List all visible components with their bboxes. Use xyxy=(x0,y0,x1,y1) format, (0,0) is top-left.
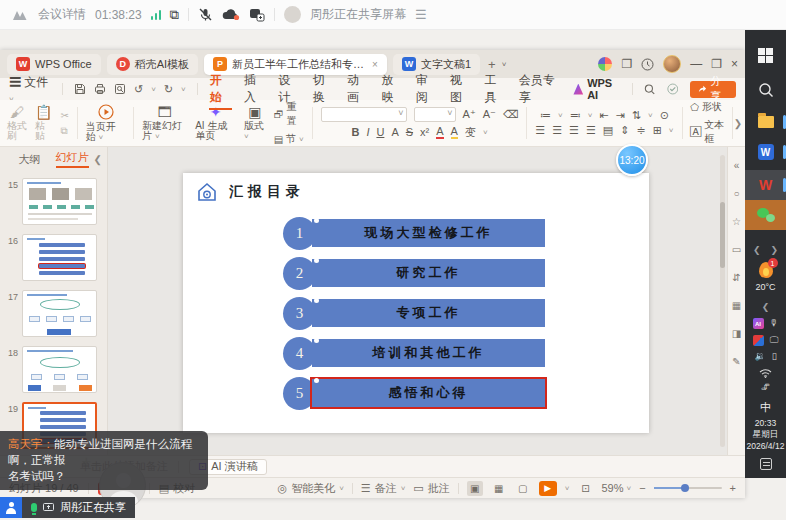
taskbar-search-button[interactable] xyxy=(745,82,786,98)
popout-icon[interactable]: ⧉ xyxy=(170,8,179,21)
menu-tab-slideshow[interactable]: 放映 xyxy=(380,72,403,106)
news-weather-button[interactable]: 1 xyxy=(745,262,786,278)
layout-button[interactable]: ▣版式 ˅ xyxy=(244,105,266,141)
columns-button[interactable]: ▤ xyxy=(603,125,613,136)
undo-icon[interactable]: ↺ xyxy=(134,83,143,96)
superscript-button[interactable]: x² xyxy=(420,127,429,138)
collapse-sidebar-icon[interactable]: « xyxy=(734,160,740,171)
network-tray-icon[interactable] xyxy=(745,368,786,378)
minimize-button[interactable]: — xyxy=(690,57,702,71)
new-slide-button[interactable]: 🗔新建幻灯片 ˅ xyxy=(142,105,187,141)
align-right-button[interactable]: ☰ xyxy=(569,125,579,136)
thumbnail-card[interactable] xyxy=(22,346,97,393)
redo-dropdown-icon[interactable]: ˅ xyxy=(181,85,186,94)
font-family-select[interactable] xyxy=(321,107,407,122)
fit-slide-button[interactable]: ⊡ xyxy=(577,481,593,496)
italic-button[interactable]: I xyxy=(366,127,369,138)
speaker-tray-icon[interactable]: 🔉 xyxy=(754,352,765,361)
scroll-left-icon[interactable]: ❮ xyxy=(753,245,761,255)
align-left-button[interactable]: ☰ xyxy=(535,125,545,136)
menu-tab-tools[interactable]: 工具 xyxy=(483,72,506,106)
zoom-slider[interactable] xyxy=(654,487,722,489)
scrollbar-thumb[interactable] xyxy=(720,202,725,268)
comments-button[interactable]: ▭ 批注 xyxy=(413,481,449,496)
font-color-button[interactable]: A xyxy=(436,126,443,139)
tab-outline[interactable]: 大纲 xyxy=(19,152,41,167)
mic-muted-tray-icon[interactable]: 🎙 xyxy=(770,319,779,328)
copy-button[interactable]: ⧉ xyxy=(61,125,69,137)
tray-expand-icon[interactable]: ❮ xyxy=(745,302,786,312)
meeting-app-icon[interactable] xyxy=(0,497,22,518)
shapes-button[interactable]: ⬠形状 xyxy=(690,100,727,114)
menu-tab-home[interactable]: 开始 xyxy=(209,72,232,106)
object-properties-icon[interactable]: ▭ xyxy=(732,244,741,255)
meeting-menu-icon[interactable]: ☰ xyxy=(415,8,427,21)
strikethrough-button[interactable]: S xyxy=(406,127,413,138)
share-button[interactable]: 分享 xyxy=(690,81,736,98)
text-direction-button[interactable]: ⇅ xyxy=(632,110,641,121)
slideshow-play-button[interactable]: ▶ xyxy=(539,481,557,496)
floating-timer-bubble[interactable]: 13:20 xyxy=(616,144,648,176)
workspace-icon[interactable]: ❐ xyxy=(621,57,632,71)
bold-button[interactable]: B xyxy=(351,127,359,138)
decrease-font-button[interactable]: A⁻ xyxy=(483,109,496,120)
account-avatar[interactable] xyxy=(663,55,681,73)
text-effect-button[interactable]: 变 xyxy=(465,127,476,138)
menu-tab-design[interactable]: 设计 xyxy=(277,72,300,106)
normal-view-button[interactable]: ▣ xyxy=(467,481,483,496)
menu-tab-review[interactable]: 审阅 xyxy=(415,72,438,106)
meeting-details-link[interactable]: 会议详情 xyxy=(38,6,86,23)
paragraph-spacing-button[interactable]: ≑ xyxy=(636,125,645,136)
weather-temp[interactable]: 20°C xyxy=(745,282,786,293)
numbering-button[interactable]: ≕ xyxy=(570,110,581,121)
agenda-item-4[interactable]: 4 培训和其他工作 xyxy=(283,337,545,370)
char-spacing-button[interactable]: A xyxy=(391,127,398,138)
zoom-out-button[interactable]: − xyxy=(639,482,645,494)
thumbnail-card[interactable] xyxy=(22,234,97,281)
zoom-in-button[interactable]: + xyxy=(730,482,736,494)
agenda-item-3[interactable]: 3 专项工作 xyxy=(283,297,545,330)
indent-button[interactable]: ⇥ xyxy=(616,110,625,121)
caption-translate-icon[interactable] xyxy=(249,8,265,22)
align-center-button[interactable]: ☰ xyxy=(552,125,562,136)
menu-tab-transition[interactable]: 切换 xyxy=(312,72,335,106)
reading-view-button[interactable]: ▢ xyxy=(515,481,531,496)
file-explorer-button[interactable] xyxy=(745,116,786,128)
save-icon[interactable] xyxy=(74,83,86,95)
cloud-record-icon[interactable] xyxy=(222,8,240,21)
wps-app-button-active[interactable]: W xyxy=(745,170,786,200)
design-pane-icon[interactable]: ◨ xyxy=(732,328,741,339)
restore-button[interactable]: ❐ xyxy=(711,57,722,71)
slide-layout-icon[interactable]: ▦ xyxy=(732,300,741,311)
tab-home[interactable]: W WPS Office xyxy=(7,54,101,75)
comment-pane-icon[interactable]: ✎ xyxy=(732,356,740,367)
thumbnail-card[interactable] xyxy=(22,178,97,225)
smart-beautify-button[interactable]: ◎ 智能美化 ˅ xyxy=(278,481,344,496)
word-app-button[interactable]: W xyxy=(745,144,786,160)
vertical-scrollbar[interactable] xyxy=(720,155,725,447)
bullets-button[interactable]: ≔ xyxy=(540,110,551,121)
font-size-select[interactable] xyxy=(414,107,456,122)
undo-dropdown-icon[interactable]: ˅ xyxy=(151,85,156,94)
menu-tab-view[interactable]: 视图 xyxy=(449,72,472,106)
menu-tab-member[interactable]: 会员专享 xyxy=(518,72,563,106)
display-tray-icon[interactable]: 🖵 xyxy=(770,336,779,345)
animation-pane-icon[interactable]: ⇵ xyxy=(732,272,740,283)
notes-toggle-button[interactable]: ☰ 备注 ˅ xyxy=(361,481,406,496)
agenda-item-1[interactable]: 1 现场大型检修工作 xyxy=(283,217,545,250)
history-clock-icon[interactable] xyxy=(641,58,654,71)
agenda-item-5-selected[interactable]: 5 感悟和心得 xyxy=(283,377,545,410)
print-preview-icon[interactable] xyxy=(114,83,126,95)
line-spacing-button[interactable]: ⇕ xyxy=(620,125,629,136)
zoom-level-button[interactable]: 59% ˅ xyxy=(601,482,631,494)
taskbar-scroll-arrows[interactable]: ❮❯ xyxy=(745,245,786,255)
textbox-button[interactable]: 🄰文本框 xyxy=(690,118,727,146)
close-window-button[interactable]: × xyxy=(731,57,738,71)
history-icon[interactable]: ○ xyxy=(733,188,739,199)
start-button[interactable] xyxy=(745,48,786,63)
tab-slides[interactable]: 幻灯片 xyxy=(56,150,89,168)
underline-button[interactable]: U xyxy=(376,127,384,138)
tab-docer-template[interactable]: D 稻壳AI模板 xyxy=(107,54,198,75)
format-painter-button[interactable]: 🖌格式刷 xyxy=(7,105,27,141)
paste-button[interactable]: 📋粘贴 xyxy=(35,105,52,141)
